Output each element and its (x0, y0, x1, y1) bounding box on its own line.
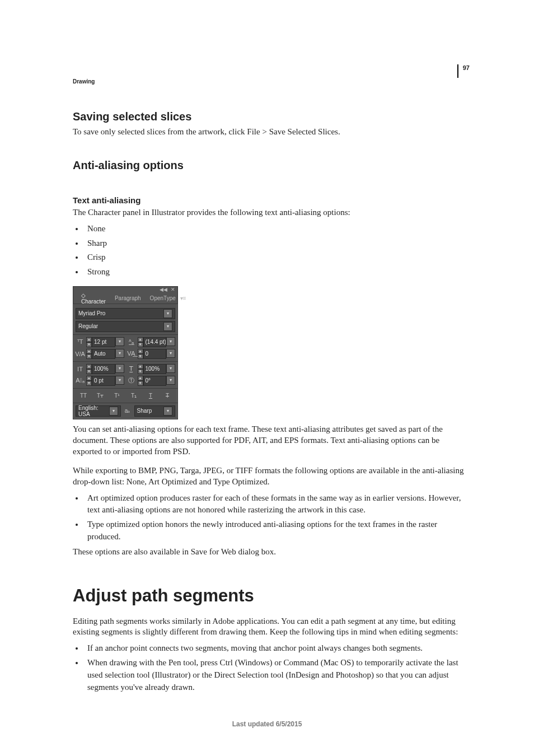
baseline-shift-field[interactable]: ▲▼ 0 pt ▾ (86, 376, 124, 386)
list-item: Sharp (84, 237, 470, 250)
language-value: English: USA (78, 405, 109, 417)
heading-anti-aliasing: Anti-aliasing options (73, 159, 470, 172)
horizontal-scale-field[interactable]: ▲▼ 100% ▾ (138, 364, 176, 374)
subscript-button[interactable]: T₁ (126, 391, 142, 400)
tracking-field[interactable]: ▲▼ 0 ▾ (138, 349, 176, 359)
kerning-field[interactable]: ▲▼ Auto ▾ (86, 349, 124, 359)
tab-opentype[interactable]: OpenType (146, 294, 180, 302)
small-caps-button[interactable]: Tᴛ (92, 391, 108, 400)
vertical-scale-icon: IT (76, 365, 85, 373)
tab-paragraph[interactable]: Paragraph (110, 294, 146, 302)
leading-field[interactable]: ▲▼ (14.4 pt) ▾ (138, 337, 176, 347)
antialias-value: Sharp (137, 408, 163, 414)
page-number: 97 (463, 64, 470, 71)
list-item: Strong (84, 266, 470, 278)
rotation-icon: Ⓣ (127, 377, 136, 385)
chapter-intro: Editing path segments works similarly in… (73, 616, 470, 638)
list-item: When drawing with the Pen tool, press Ct… (84, 657, 470, 693)
rotation-field[interactable]: ▲▼ 0° ▾ (138, 376, 176, 386)
export-bullets: Art optimized option produces raster for… (75, 492, 470, 543)
chevron-down-icon[interactable]: ▾ (163, 322, 172, 331)
antialias-icon: aₐ (123, 407, 132, 416)
text-aa-intro: The Character panel in Illustrator provi… (73, 207, 470, 218)
breadcrumb: Drawing (73, 78, 470, 85)
type-style-buttons: TT Tᴛ T¹ T₁ T T (76, 391, 175, 400)
list-item: Crisp (84, 251, 470, 264)
subheading-text-aa: Text anti-aliasing (73, 195, 470, 205)
tab-character[interactable]: ◇ Character (77, 291, 110, 306)
kerning-icon: V/A (76, 350, 85, 358)
list-item: If an anchor point connects two segments… (84, 642, 470, 655)
list-item: Type optimized option honors the newly i… (84, 519, 470, 543)
leading-icon: ᴬ͟ₐ (127, 338, 136, 346)
character-panel: ◀◀ ✕ ◇ Character Paragraph OpenType ▾≡ M… (73, 286, 178, 419)
chevron-down-icon[interactable]: ▾ (163, 309, 172, 318)
aa-para3: These options are also available in Save… (73, 547, 470, 558)
tracking-icon: VA͟ (127, 350, 136, 358)
page-footer: Last updated 6/5/2015 (0, 720, 534, 728)
all-caps-button[interactable]: TT (76, 391, 91, 400)
panel-menu-icon[interactable]: ▾≡ (180, 295, 186, 301)
font-size-field[interactable]: ▲▼ 12 pt ▾ (86, 337, 124, 347)
antialias-select[interactable]: Sharp ▾ (134, 405, 175, 417)
superscript-button[interactable]: T¹ (109, 391, 125, 400)
close-icon[interactable]: ✕ (171, 287, 175, 292)
vertical-scale-field[interactable]: ▲▼ 100% ▾ (86, 364, 124, 374)
page-number-box: 97 (457, 64, 470, 78)
font-size-icon: ᵀT (76, 338, 85, 346)
chapter-heading-adjust-path: Adjust path segments (73, 586, 470, 606)
font-style-value: Regular (78, 323, 163, 329)
baseline-shift-icon: Aͣₐ (76, 377, 85, 385)
font-style-select[interactable]: Regular ▾ (76, 321, 175, 332)
language-select[interactable]: English: USA ▾ (76, 405, 121, 417)
aa-para2: While exporting to BMP, PNG, Targa, JPEG… (73, 465, 470, 488)
list-item: Art optimized option produces raster for… (84, 492, 470, 517)
font-family-value: Myriad Pro (78, 310, 163, 316)
font-family-select[interactable]: Myriad Pro ▾ (76, 308, 175, 319)
strikethrough-button[interactable]: T (160, 391, 175, 400)
chevron-down-icon[interactable]: ▾ (163, 407, 172, 416)
aa-para1: You can set anti-aliasing options for ea… (73, 424, 470, 458)
underline-button[interactable]: T (143, 391, 158, 400)
collapse-icon[interactable]: ◀◀ (160, 287, 167, 292)
heading-saving-slices: Saving selected slices (73, 110, 470, 123)
chapter-bullets: If an anchor point connects two segments… (75, 642, 470, 693)
chevron-down-icon[interactable]: ▾ (109, 407, 118, 416)
aa-options-list: None Sharp Crisp Strong (75, 223, 470, 278)
horizontal-scale-icon: T̲ (127, 365, 136, 373)
list-item: None (84, 223, 470, 235)
saving-slices-body: To save only selected slices from the ar… (73, 127, 470, 138)
